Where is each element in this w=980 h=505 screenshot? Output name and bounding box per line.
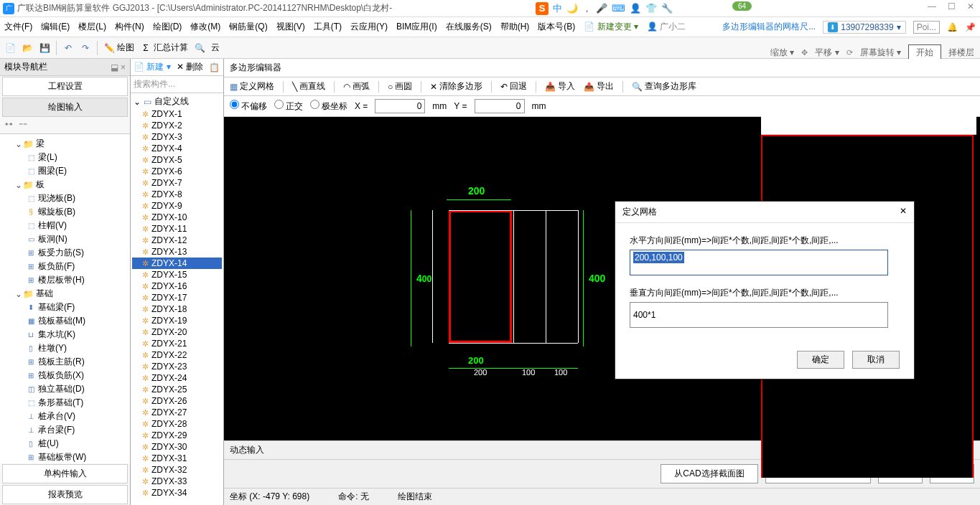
new-file-icon[interactable]: 📄 — [4, 42, 16, 54]
tree-jcl[interactable]: ⬍基础梁(F) — [3, 301, 127, 314]
tree-fbjc[interactable]: ▦筏板基础(M) — [3, 314, 127, 328]
btn-cad-select[interactable]: 从CAD选择截面图 — [661, 464, 757, 483]
mid-item[interactable]: ✲ZDYX-6 — [132, 166, 222, 177]
bell-icon[interactable]: 🔔 — [947, 22, 958, 32]
tree-bsj[interactable]: ⊞板受力筋(S) — [3, 246, 127, 260]
menu-help[interactable]: 帮助(H) — [500, 21, 530, 33]
pan-btn[interactable]: 平移 ▾ — [815, 47, 839, 59]
mid-item[interactable]: ✲ZDYX-17 — [132, 292, 222, 303]
tree-jichu[interactable]: ⌄📁基础 — [3, 287, 127, 301]
tree-ban[interactable]: ⌄📁板 — [3, 178, 127, 192]
menu-version[interactable]: 版本号(B) — [538, 21, 575, 33]
mid-item[interactable]: ✲ZDYX-32 — [132, 464, 222, 476]
mid-item[interactable]: ✲ZDYX-16 — [132, 280, 222, 292]
tree-remove-icon[interactable]: ⁻⁻ — [19, 121, 27, 131]
open-file-icon[interactable]: 📂 — [22, 42, 33, 54]
dialog-ok-btn[interactable]: 确定 — [797, 351, 844, 369]
mid-item[interactable]: ✲ZDYX-18 — [132, 303, 222, 315]
ime-shirt-icon[interactable]: 👕 — [645, 3, 657, 14]
mid-item[interactable]: ✲ZDYX-24 — [132, 372, 222, 384]
mid-item[interactable]: ✲ZDYX-7 — [132, 177, 222, 189]
mid-item[interactable]: ✲ZDYX-30 — [132, 441, 222, 453]
tree-liang[interactable]: ⌄📁梁 — [3, 137, 127, 151]
mid-del-btn[interactable]: ✕ 删除 — [177, 61, 203, 73]
tree-txjc[interactable]: ⬚条形基础(T) — [3, 396, 127, 410]
tree-bd[interactable]: ▭板洞(N) — [3, 232, 127, 246]
mid-item[interactable]: ✲ZDYX-8 — [132, 189, 222, 200]
mid-item[interactable]: ✲ZDYX-20 — [132, 326, 222, 338]
mid-item[interactable]: ✲ZDYX-11 — [132, 223, 222, 235]
menu-floor[interactable]: 楼层(L) — [78, 21, 106, 33]
tb-define-grid[interactable]: ▦定义网格 — [230, 80, 274, 93]
mid-item[interactable]: ✲ZDYX-34 — [132, 487, 222, 499]
ime-mic-icon[interactable]: 🎤 — [596, 3, 607, 14]
tree-dljc[interactable]: ◫独立基础(D) — [3, 382, 127, 396]
ime-s-icon[interactable]: S — [536, 2, 549, 15]
menu-component[interactable]: 构件(N) — [115, 21, 144, 33]
redo-icon[interactable]: ↷ — [80, 42, 91, 54]
mid-item[interactable]: ✲ZDYX-1 — [132, 108, 222, 120]
mid-item[interactable]: ✲ZDYX-12 — [132, 235, 222, 246]
mid-item[interactable]: ✲ZDYX-19 — [132, 315, 222, 326]
menu-tools[interactable]: 工具(T) — [314, 21, 342, 33]
mid-item[interactable]: ✲ZDYX-14 — [132, 258, 222, 269]
tb-draw-circle[interactable]: ○画圆 — [388, 80, 412, 93]
mid-item[interactable]: ✲ZDYX-29 — [132, 430, 222, 441]
dialog-close-icon[interactable]: ✕ — [900, 206, 907, 218]
tree-jsk[interactable]: ⊔集水坑(K) — [3, 328, 127, 341]
search-icon[interactable]: 🔍 — [194, 42, 205, 54]
radio-no-offset[interactable]: 不偏移 — [230, 100, 267, 113]
tree-fbzj[interactable]: ⊞筏板主筋(R) — [3, 355, 127, 369]
mid-item[interactable]: ✲ZDYX-5 — [132, 154, 222, 166]
sec-settings[interactable]: 工程设置 — [2, 77, 128, 96]
mid-item[interactable]: ✲ZDYX-22 — [132, 349, 222, 361]
tree-lxb[interactable]: §螺旋板(B) — [3, 205, 127, 219]
mid-tree[interactable]: ⌄▭自定义线 ✲ZDYX-1✲ZDYX-2✲ZDYX-3✲ZDYX-4✲ZDYX… — [131, 93, 223, 505]
mid-item[interactable]: ✲ZDYX-28 — [132, 418, 222, 430]
menu-view[interactable]: 视图(V) — [276, 21, 305, 33]
ime-zhong[interactable]: 中 — [553, 2, 562, 15]
tb-export[interactable]: 📤导出 — [584, 80, 614, 93]
phone-box[interactable]: ⬇13907298339 ▾ — [823, 21, 905, 34]
mid-item[interactable]: ✲ZDYX-27 — [132, 407, 222, 418]
mid-item[interactable]: ✲ZDYX-23 — [132, 361, 222, 372]
tree-quanliang[interactable]: ⬚圈梁(E) — [3, 164, 127, 178]
menu-file[interactable]: 文件(F) — [4, 21, 32, 33]
h-spacing-input[interactable]: 200,100,100 — [630, 250, 888, 275]
dialog-cancel-btn[interactable]: 取消 — [852, 351, 900, 369]
y-input[interactable] — [475, 99, 525, 113]
menu-rebar[interactable]: 钢筋量(Q) — [229, 21, 267, 33]
tree-zm[interactable]: ⬚柱帽(V) — [3, 219, 127, 232]
tb-clear[interactable]: ✕清除多边形 — [430, 80, 482, 93]
poi-box[interactable]: Poi... — [913, 21, 940, 34]
mid-item[interactable]: ✲ZDYX-10 — [132, 212, 222, 223]
ime-keyboard-icon[interactable]: ⌨ — [612, 3, 625, 14]
tree-jcbd[interactable]: ⊞基础板带(W) — [3, 450, 127, 463]
mid-item[interactable]: ✲ZDYX-15 — [132, 269, 222, 280]
ime-comma-icon[interactable]: ， — [582, 2, 592, 15]
undo-icon[interactable]: ↶ — [62, 42, 74, 54]
window-close-icon[interactable]: ✕ — [967, 1, 974, 11]
mid-item[interactable]: ✲ZDYX-21 — [132, 338, 222, 349]
mid-item[interactable]: ✲ZDYX-2 — [132, 120, 222, 131]
nav-collapse-icon[interactable]: ⬓ × — [111, 62, 126, 72]
save-file-icon[interactable]: 💾 — [39, 42, 50, 54]
mid-search[interactable]: 搜索构件... — [131, 76, 223, 93]
tree-add-icon[interactable]: ⁺⁺ — [4, 121, 13, 131]
new-change-btn[interactable]: 📄 新建变更 ▾ — [584, 21, 638, 33]
mid-new-btn[interactable]: 📄 新建 ▾ — [134, 61, 171, 73]
mid-root[interactable]: ⌄▭自定义线 — [132, 95, 222, 108]
mid-item[interactable]: ✲ZDYX-26 — [132, 395, 222, 407]
mid-item[interactable]: ✲ZDYX-13 — [132, 246, 222, 258]
user-indicator[interactable]: 👤 广小二 — [647, 21, 686, 33]
ime-person-icon[interactable]: 👤 — [630, 3, 641, 14]
sec-report[interactable]: 报表预览 — [2, 485, 128, 504]
draw-btn[interactable]: ✏️绘图 — [103, 42, 134, 54]
zoom-btn[interactable]: 缩放 ▾ — [770, 47, 794, 59]
tree-xjb[interactable]: ⬚现浇板(B) — [3, 192, 127, 205]
tb-query[interactable]: 🔍查询多边形库 — [632, 80, 696, 93]
tb-draw-line[interactable]: ╲画直线 — [292, 80, 325, 93]
mid-item[interactable]: ✲ZDYX-31 — [132, 453, 222, 464]
menu-draw[interactable]: 绘图(D) — [153, 21, 182, 33]
tb-undo[interactable]: ↶回退 — [500, 80, 527, 93]
